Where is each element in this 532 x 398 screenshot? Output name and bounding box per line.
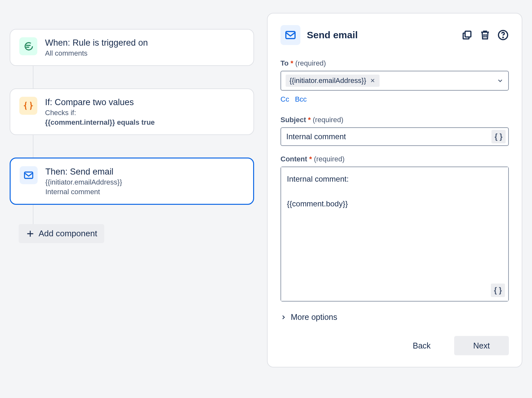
condition-sub2: {{comment.internal}} equals true (45, 118, 155, 127)
rule-action-card[interactable]: Then: Send email {{initiator.emailAddres… (10, 158, 254, 205)
rule-condition-card[interactable]: If: Compare two values Checks if: {{comm… (10, 88, 254, 135)
connector-line (33, 66, 33, 88)
help-icon[interactable] (497, 29, 509, 41)
condition-sub1: Checks if: (45, 109, 155, 117)
action-sub2: Internal comment (45, 188, 122, 196)
connector-line (33, 205, 33, 224)
insert-variable-button[interactable]: { } (491, 284, 505, 297)
rule-trigger-card[interactable]: When: Rule is triggered on All comments (10, 29, 254, 66)
chevron-down-icon[interactable] (497, 77, 504, 84)
remove-chip-icon[interactable]: ✕ (370, 77, 376, 84)
subject-label: Subject * (required) (280, 116, 509, 124)
trigger-subtitle: All comments (45, 49, 148, 58)
to-label: To * (required) (280, 59, 509, 68)
to-field[interactable]: {{initiator.emailAddress}} ✕ (280, 71, 509, 91)
content-label: Content * (required) (280, 155, 509, 163)
mail-icon (280, 25, 300, 45)
chip-text: {{initiator.emailAddress}} (289, 77, 366, 85)
add-component-label: Add component (39, 229, 97, 239)
more-options-toggle[interactable]: More options (280, 312, 509, 322)
braces-icon (19, 97, 37, 115)
trash-icon[interactable] (479, 29, 491, 41)
back-button[interactable]: Back (394, 336, 449, 355)
cc-link[interactable]: Cc (280, 95, 289, 104)
action-sub1: {{initiator.emailAddress}} (45, 178, 122, 186)
comment-icon (19, 37, 37, 55)
content-textarea[interactable] (281, 167, 508, 301)
mail-icon (20, 166, 38, 184)
svg-rect-1 (286, 32, 295, 39)
svg-point-4 (503, 37, 503, 38)
condition-title: If: Compare two values (45, 97, 155, 107)
trigger-title: When: Rule is triggered on (45, 38, 148, 48)
bcc-link[interactable]: Bcc (295, 95, 307, 104)
action-config-panel: Send email (267, 13, 522, 367)
connector-line (33, 135, 33, 158)
duplicate-icon[interactable] (461, 29, 473, 41)
plus-icon (26, 229, 35, 238)
subject-input[interactable] (286, 132, 491, 141)
more-options-label: More options (291, 312, 337, 322)
panel-title: Send email (307, 30, 455, 41)
chevron-right-icon (280, 314, 286, 320)
insert-variable-button[interactable]: { } (491, 130, 506, 143)
add-component-button[interactable]: Add component (19, 224, 104, 243)
svg-rect-2 (465, 31, 471, 37)
action-title: Then: Send email (45, 167, 122, 177)
recipient-chip[interactable]: {{initiator.emailAddress}} ✕ (286, 75, 380, 87)
next-button[interactable]: Next (454, 336, 509, 355)
svg-rect-0 (24, 172, 33, 178)
